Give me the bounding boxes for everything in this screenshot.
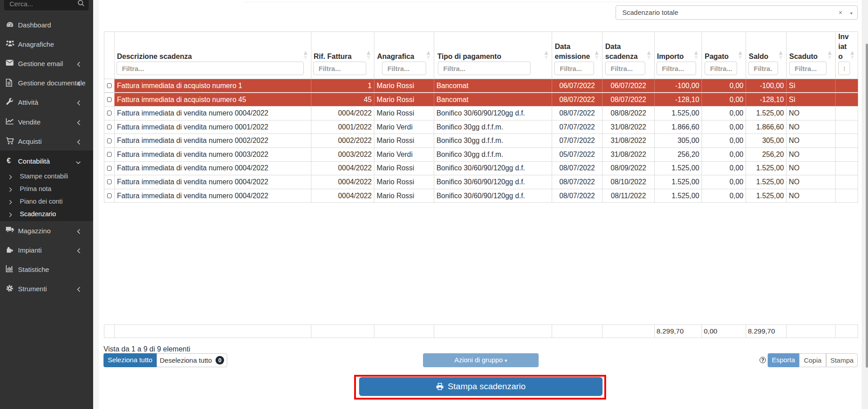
svg-text:€: €	[7, 157, 11, 164]
